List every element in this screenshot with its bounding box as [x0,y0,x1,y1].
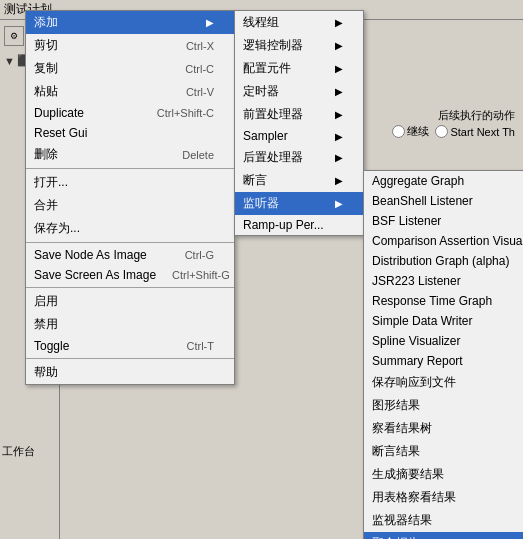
menu-item-listener[interactable]: 监听器 ▶ [235,192,363,215]
start-next-label: Start Next Th [450,126,515,138]
menu-item-pre-processor-label: 前置处理器 [243,106,331,123]
after-action-bar: 后续执行的动作 [438,108,515,123]
menu-item-generate-summary-label: 生成摘要结果 [372,466,523,483]
menu-item-save-as-label: 保存为... [34,220,214,237]
workbench-label: 工作台 [2,444,35,459]
menu-item-save-as[interactable]: 保存为... [26,217,234,240]
menu-item-merge[interactable]: 合并 [26,194,234,217]
menu-item-open-label: 打开... [34,174,214,191]
menu-item-beanshell-listener-label: BeanShell Listener [372,194,523,208]
menu-item-save-responses-label: 保存响应到文件 [372,374,523,391]
menu-item-summary-report[interactable]: Summary Report [364,351,523,371]
menu-item-enable[interactable]: 启用 [26,290,234,313]
menu-item-toggle-shortcut: Ctrl-T [187,340,215,352]
menu-item-generate-summary[interactable]: 生成摘要结果 [364,463,523,486]
menu-item-monitor-results-label: 监视器结果 [372,512,523,529]
menu-item-simple-data-writer[interactable]: Simple Data Writer [364,311,523,331]
menu-item-listener-label: 监听器 [243,195,331,212]
menu-item-graph-results-label: 图形结果 [372,397,523,414]
menu-item-save-node-image[interactable]: Save Node As Image Ctrl-G [26,245,234,265]
menu-item-toggle[interactable]: Toggle Ctrl-T [26,336,234,356]
menu-item-graph-results[interactable]: 图形结果 [364,394,523,417]
menu-item-copy[interactable]: 复制 Ctrl-C [26,57,234,80]
menu-separator-2 [26,242,234,243]
menu-item-cut[interactable]: 剪切 Ctrl-X [26,34,234,57]
menu-item-comparison-assertion-label: Comparison Assertion Visualizer [372,234,523,248]
toolbar-icon-1[interactable]: ⚙ [4,26,24,46]
menu-item-sampler-label: Sampler [243,129,331,143]
post-processor-arrow: ▶ [335,152,343,163]
menu-item-thread-group-label: 线程组 [243,14,331,31]
menu-item-save-screen-shortcut: Ctrl+Shift-G [172,269,230,281]
menu-item-aggregate-graph-label: Aggregate Graph [372,174,523,188]
menu-item-add-arrow: ▶ [206,17,214,28]
menu-item-comparison-assertion[interactable]: Comparison Assertion Visualizer [364,231,523,251]
menu-item-post-processor[interactable]: 后置处理器 ▶ [235,146,363,169]
menu-item-config-element[interactable]: 配置元件 ▶ [235,57,363,80]
menu-item-save-responses[interactable]: 保存响应到文件 [364,371,523,394]
menu-item-aggregate-report-label: 聚合报告 [372,535,523,539]
continue-radio[interactable] [392,125,405,138]
config-element-arrow: ▶ [335,63,343,74]
continue-radio-label[interactable]: 继续 [392,124,429,139]
menu-item-view-results-tree[interactable]: 察看结果树 [364,417,523,440]
menu-item-help[interactable]: 帮助 [26,361,234,384]
menu-item-copy-label: 复制 [34,60,169,77]
menu-item-distribution-graph[interactable]: Distribution Graph (alpha) [364,251,523,271]
thread-group-arrow: ▶ [335,17,343,28]
menu-item-bsf-listener-label: BSF Listener [372,214,523,228]
menu-item-monitor-results[interactable]: 监视器结果 [364,509,523,532]
menu-item-save-node-image-label: Save Node As Image [34,248,169,262]
sampler-arrow: ▶ [335,131,343,142]
menu-item-ramp-up[interactable]: Ramp-up Per... [235,215,363,235]
menu-item-distribution-graph-label: Distribution Graph (alpha) [372,254,523,268]
menu-item-save-screen-image[interactable]: Save Screen As Image Ctrl+Shift-G [26,265,234,285]
continue-label: 继续 [407,124,429,139]
menu-item-view-results-tree-label: 察看结果树 [372,420,523,437]
context-menu-2: 线程组 ▶ 逻辑控制器 ▶ 配置元件 ▶ 定时器 ▶ 前置处理器 ▶ Sampl… [234,10,364,236]
menu-item-reset-gui-label: Reset Gui [34,126,214,140]
menu-item-aggregate-graph[interactable]: Aggregate Graph [364,171,523,191]
menu-item-assertions[interactable]: 断言 ▶ [235,169,363,192]
menu-item-paste-label: 粘贴 [34,83,170,100]
menu-item-reset-gui[interactable]: Reset Gui [26,123,234,143]
menu-item-simple-data-writer-label: Simple Data Writer [372,314,523,328]
menu-item-disable[interactable]: 禁用 [26,313,234,336]
menu-item-open[interactable]: 打开... [26,171,234,194]
menu-item-view-table[interactable]: 用表格察看结果 [364,486,523,509]
menu-item-add[interactable]: 添加 ▶ [26,11,234,34]
menu-item-toggle-label: Toggle [34,339,171,353]
menu-item-sampler[interactable]: Sampler ▶ [235,126,363,146]
menu-item-delete-label: 删除 [34,146,166,163]
menu-item-delete-shortcut: Delete [182,149,214,161]
menu-item-delete[interactable]: 删除 Delete [26,143,234,166]
menu-item-response-time-graph[interactable]: Response Time Graph [364,291,523,311]
menu-item-timer[interactable]: 定时器 ▶ [235,80,363,103]
pre-processor-arrow: ▶ [335,109,343,120]
menu-separator-4 [26,358,234,359]
menu-item-assertions-label: 断言 [243,172,331,189]
context-menu-1: 添加 ▶ 剪切 Ctrl-X 复制 Ctrl-C 粘贴 Ctrl-V Dupli… [25,10,235,385]
menu-item-beanshell-listener[interactable]: BeanShell Listener [364,191,523,211]
menu-item-aggregate-report[interactable]: 聚合报告 [364,532,523,539]
menu-item-timer-label: 定时器 [243,83,331,100]
menu-item-cut-label: 剪切 [34,37,170,54]
menu-item-thread-group[interactable]: 线程组 ▶ [235,11,363,34]
after-action-label: 后续执行的动作 [438,108,515,123]
menu-item-duplicate[interactable]: Duplicate Ctrl+Shift-C [26,103,234,123]
start-next-radio[interactable] [435,125,448,138]
logic-controller-arrow: ▶ [335,40,343,51]
menu-item-assertion-results[interactable]: 断言结果 [364,440,523,463]
menu-item-spline-visualizer[interactable]: Spline Visualizer [364,331,523,351]
start-next-radio-label[interactable]: Start Next Th [435,125,515,138]
listener-arrow: ▶ [335,198,343,209]
menu-item-spline-visualizer-label: Spline Visualizer [372,334,523,348]
menu-item-bsf-listener[interactable]: BSF Listener [364,211,523,231]
menu-item-logic-controller[interactable]: 逻辑控制器 ▶ [235,34,363,57]
tree-expand-icon: ▼ [4,55,15,67]
menu-item-ramp-up-label: Ramp-up Per... [243,218,343,232]
menu-item-pre-processor[interactable]: 前置处理器 ▶ [235,103,363,126]
menu-item-jsr223-listener[interactable]: JSR223 Listener [364,271,523,291]
menu-item-paste[interactable]: 粘贴 Ctrl-V [26,80,234,103]
menu-item-copy-shortcut: Ctrl-C [185,63,214,75]
